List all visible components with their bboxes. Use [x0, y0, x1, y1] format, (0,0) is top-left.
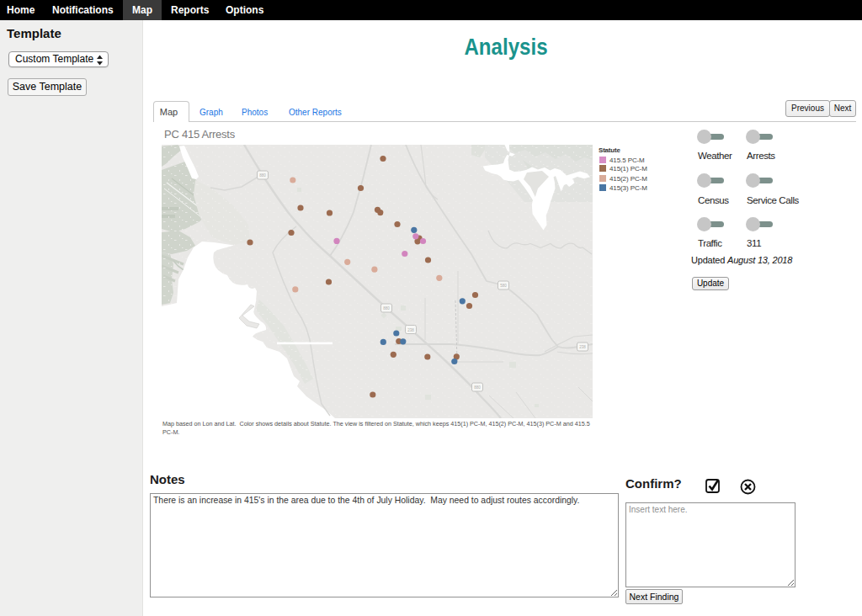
- svg-text:880: 880: [474, 385, 481, 390]
- svg-text:880: 880: [383, 306, 390, 311]
- svg-text:238: 238: [579, 345, 586, 349]
- svg-text:238: 238: [407, 328, 414, 332]
- svg-text:880: 880: [259, 173, 266, 178]
- svg-text:580: 580: [500, 284, 507, 288]
